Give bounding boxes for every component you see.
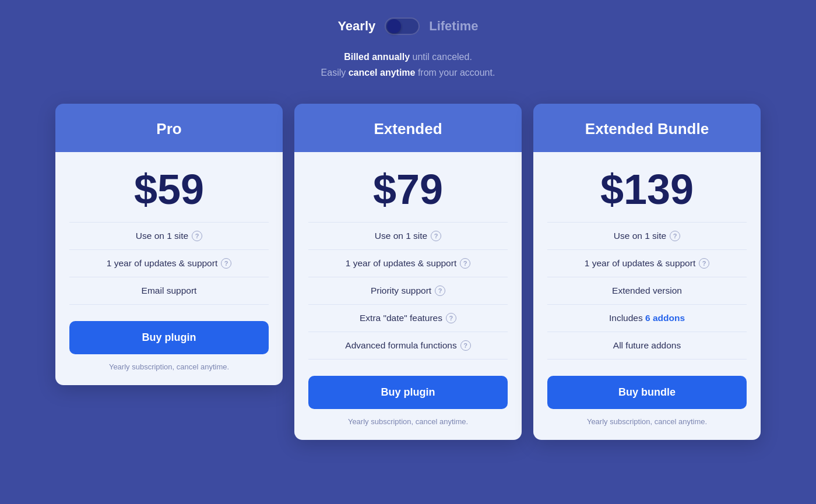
bundle-feature-updates: 1 year of updates & support ?: [547, 250, 747, 277]
pro-card-title: Pro: [156, 120, 181, 138]
lifetime-label: Lifetime: [429, 19, 478, 34]
extended-card-body: $79 Use on 1 site ? 1 year of updates & …: [294, 152, 522, 440]
extended-subscription-note: Yearly subscription, cancel anytime.: [308, 417, 508, 426]
billing-line1: Billed annually until canceled.: [321, 49, 495, 65]
bundle-subscription-note: Yearly subscription, cancel anytime.: [547, 417, 747, 426]
bundle-feature-extended-version: Extended version: [547, 277, 747, 305]
extended-bundle-card-header: Extended Bundle: [533, 104, 761, 152]
toggle-switch[interactable]: [385, 17, 420, 35]
yearly-label: Yearly: [337, 19, 375, 34]
question-icon[interactable]: ?: [460, 258, 470, 269]
extended-feature-updates: 1 year of updates & support ?: [308, 250, 508, 277]
billed-annually-text: Billed annually: [344, 52, 410, 62]
pro-card: Pro $59 Use on 1 site ? 1 year of update…: [55, 104, 283, 385]
extended-feature-formula: Advanced formula functions ?: [308, 332, 508, 360]
extended-bundle-card: Extended Bundle $139 Use on 1 site ? 1 y…: [533, 104, 761, 440]
pro-features-list: Use on 1 site ? 1 year of updates & supp…: [69, 222, 269, 305]
bundle-buy-button[interactable]: Buy bundle: [547, 376, 747, 409]
extended-features-list: Use on 1 site ? 1 year of updates & supp…: [308, 222, 508, 360]
billing-line2-post: from your account.: [415, 68, 495, 77]
extended-card-header: Extended: [294, 104, 522, 152]
question-icon[interactable]: ?: [221, 258, 231, 269]
pro-card-body: $59 Use on 1 site ? 1 year of updates & …: [55, 152, 283, 385]
pro-card-header: Pro: [55, 104, 283, 152]
extended-bundle-price: $139: [547, 168, 747, 210]
billing-line2: Easily cancel anytime from your account.: [321, 65, 495, 80]
cancel-anytime-text: cancel anytime: [349, 68, 416, 77]
extended-buy-button[interactable]: Buy plugin: [308, 376, 508, 409]
billing-line1-rest: until canceled.: [410, 52, 472, 62]
toggle-knob: [387, 19, 401, 33]
extended-card: Extended $79 Use on 1 site ? 1 year of u…: [294, 104, 522, 440]
billing-info: Billed annually until canceled. Easily c…: [321, 49, 495, 80]
pro-feature-updates: 1 year of updates & support ?: [69, 250, 269, 277]
question-icon[interactable]: ?: [431, 231, 441, 241]
extended-bundle-features-list: Use on 1 site ? 1 year of updates & supp…: [547, 222, 747, 360]
bundle-feature-addons: Includes 6 addons: [547, 305, 747, 332]
pro-buy-button[interactable]: Buy plugin: [69, 321, 269, 354]
extended-bundle-card-title: Extended Bundle: [585, 120, 709, 138]
bundle-feature-site: Use on 1 site ?: [547, 222, 747, 250]
billing-toggle-row: Yearly Lifetime: [337, 17, 478, 35]
extended-bundle-card-body: $139 Use on 1 site ? 1 year of updates &…: [533, 152, 761, 440]
extended-price: $79: [308, 168, 508, 210]
pro-subscription-note: Yearly subscription, cancel anytime.: [69, 362, 269, 371]
extended-card-title: Extended: [374, 120, 442, 138]
question-icon[interactable]: ?: [670, 231, 680, 241]
question-icon[interactable]: ?: [699, 258, 709, 269]
question-icon[interactable]: ?: [435, 286, 445, 296]
pro-price: $59: [69, 168, 269, 210]
pricing-cards-container: Pro $59 Use on 1 site ? 1 year of update…: [23, 104, 793, 440]
extended-feature-date: Extra "date" features ?: [308, 305, 508, 332]
question-icon[interactable]: ?: [460, 340, 471, 351]
extended-feature-priority: Priority support ?: [308, 277, 508, 305]
pro-feature-site: Use on 1 site ?: [69, 222, 269, 250]
addons-count: 6 addons: [645, 313, 685, 323]
easily-text: Easily: [321, 68, 349, 77]
pro-feature-email: Email support: [69, 277, 269, 305]
question-icon[interactable]: ?: [446, 313, 456, 323]
bundle-feature-future-addons: All future addons: [547, 332, 747, 360]
question-icon[interactable]: ?: [192, 231, 202, 241]
extended-feature-site: Use on 1 site ?: [308, 222, 508, 250]
